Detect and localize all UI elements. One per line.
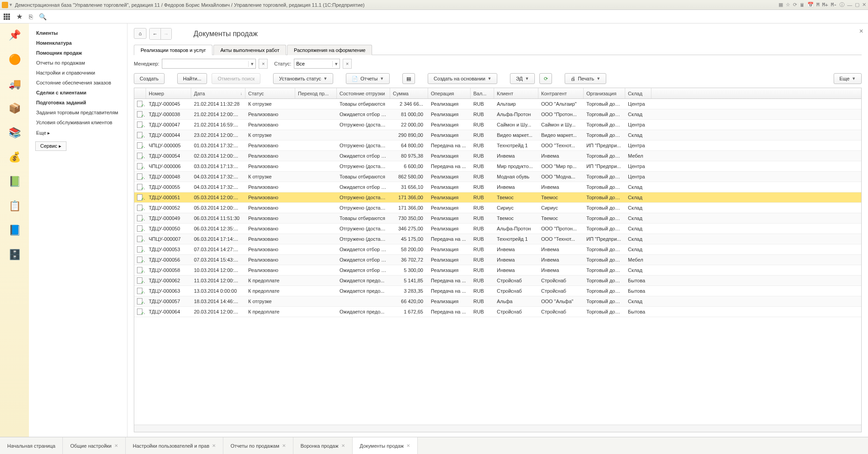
favorites-icon[interactable]: ★ <box>16 12 23 21</box>
taskbar-tab-close-icon[interactable]: ✕ <box>341 443 345 448</box>
table-row[interactable]: ТДЦУ-00004721.02.2014 16:59:...Реализова… <box>134 120 861 130</box>
section-icon-5[interactable]: 💰 <box>6 149 23 165</box>
search-icon[interactable]: 🔍 <box>39 13 47 20</box>
table-row[interactable]: ТДЦУ-00005718.03.2014 14:46:...К отгрузк… <box>134 296 861 307</box>
table-row[interactable]: ЧПЦУ-00000603.03.2014 17:13:...Реализова… <box>134 161 861 172</box>
back-button[interactable]: ← <box>150 28 160 39</box>
taskbar-tab-1[interactable]: Общие настройки✕ <box>63 437 125 454</box>
column-header-9[interactable]: Клиент <box>494 88 538 98</box>
status-combo[interactable]: ▾ <box>294 59 340 69</box>
section-icon-2[interactable]: 🚚 <box>6 76 23 92</box>
column-header-10[interactable]: Контрагент <box>538 88 584 98</box>
column-header-12[interactable]: Склад <box>625 88 651 98</box>
manager-input[interactable] <box>162 59 248 68</box>
nav-item-7[interactable]: Подготовка заданий <box>29 98 127 108</box>
section-icon-7[interactable]: 📋 <box>6 198 23 214</box>
sys-icon-1[interactable]: ▦ <box>778 2 783 8</box>
page-close-icon[interactable]: ✕ <box>859 28 863 34</box>
column-header-0[interactable] <box>134 88 146 98</box>
manager-dropdown-icon[interactable]: ▾ <box>248 61 255 67</box>
taskbar-tab-0[interactable]: Начальная страница <box>0 437 63 454</box>
section-icon-4[interactable]: 📚 <box>6 125 23 141</box>
taskbar-tab-close-icon[interactable]: ✕ <box>114 443 118 448</box>
table-row[interactable]: ТДЦУ-00004423.02.2014 12:00:...К отгрузк… <box>134 130 861 140</box>
grid-body[interactable]: ТДЦУ-00004521.02.2014 11:32:28К отгрузке… <box>134 99 861 425</box>
manager-combo[interactable]: ▾ <box>162 59 256 69</box>
section-icon-0[interactable]: 📌 <box>6 27 23 43</box>
close-icon[interactable]: ✕ <box>862 2 866 8</box>
home-button[interactable]: ⌂ <box>134 28 146 39</box>
mem-mminus[interactable]: M- <box>831 2 837 8</box>
table-row[interactable]: ТДЦУ-00005810.03.2014 12:00:...Реализова… <box>134 265 861 276</box>
status-input[interactable] <box>294 59 332 68</box>
sys-icon-3[interactable]: ⟳ <box>793 2 797 8</box>
taskbar-tab-close-icon[interactable]: ✕ <box>282 443 286 448</box>
ed-button[interactable]: ЭД▼ <box>510 73 535 84</box>
taskbar-tab-close-icon[interactable]: ✕ <box>406 443 410 448</box>
content-tab-0[interactable]: Реализации товаров и услуг <box>134 45 212 55</box>
column-header-2[interactable]: Дата↓ <box>191 88 245 98</box>
table-row[interactable]: ТДЦУ-00004521.02.2014 11:32:28К отгрузке… <box>134 99 861 109</box>
table-row[interactable]: ЧПЦУ-00000706.03.2014 17:14:...Реализова… <box>134 234 861 244</box>
print-button[interactable]: 🖨Печать▼ <box>565 73 606 84</box>
taskbar-tab-3[interactable]: Отчеты по продажам✕ <box>223 437 293 454</box>
section-icon-3[interactable]: 📦 <box>6 100 23 117</box>
sys-icon-calc[interactable]: 🖩 <box>800 2 805 8</box>
minimize-icon[interactable]: — <box>847 2 852 8</box>
table-row[interactable]: ТДЦУ-00005607.03.2014 15:43:...Реализова… <box>134 255 861 265</box>
table-row[interactable]: ТДЦУ-00006420.03.2014 12:00:...К предопл… <box>134 307 861 317</box>
nav-item-3[interactable]: Отчеты по продажам <box>29 58 127 68</box>
maximize-icon[interactable]: ▢ <box>855 2 859 8</box>
nav-item-1[interactable]: Номенклатура <box>29 38 127 48</box>
nav-item-9[interactable]: Условия обслуживания клиентов <box>29 117 127 127</box>
column-header-1[interactable]: Номер <box>146 88 191 98</box>
nav-service[interactable]: Сервис ▸ <box>35 141 66 151</box>
table-row[interactable]: ТДЦУ-00005504.03.2014 17:32:...Реализова… <box>134 182 861 192</box>
column-header-7[interactable]: Операция <box>428 88 471 98</box>
nav-item-8[interactable]: Задания торговым представителям <box>29 108 127 117</box>
table-row[interactable]: ТДЦУ-00004906.03.2014 11:51:30Реализован… <box>134 213 861 224</box>
help-icon[interactable]: ⓘ <box>840 1 844 8</box>
manager-clear[interactable]: × <box>259 59 268 69</box>
taskbar-tab-close-icon[interactable]: ✕ <box>212 443 216 448</box>
column-header-4[interactable]: Переход пр... <box>295 88 337 98</box>
app-menu-dropdown[interactable]: ▾ <box>9 2 12 8</box>
nav-item-5[interactable]: Состояние обеспечения заказов <box>29 78 127 88</box>
table-row[interactable]: ТДЦУ-00005307.03.2014 14:27:...Реализова… <box>134 244 861 255</box>
nav-item-4[interactable]: Настройки и справочники <box>29 68 127 78</box>
refresh-button[interactable]: ⟳ <box>539 73 552 84</box>
table-row[interactable]: ТДЦУ-00005402.03.2014 12:00:...Реализова… <box>134 151 861 161</box>
taskbar-tab-2[interactable]: Настройки пользователей и прав✕ <box>126 437 223 454</box>
taskbar-tab-4[interactable]: Воронка продаж✕ <box>293 437 353 454</box>
taskbar-tab-5[interactable]: Документы продаж✕ <box>353 437 418 454</box>
nav-more[interactable]: Еще ▸ <box>29 127 127 139</box>
content-tab-1[interactable]: Акты выполненных работ <box>213 45 286 55</box>
mem-mplus[interactable]: M+ <box>822 2 828 8</box>
sys-icon-cal[interactable]: 📅 <box>807 2 814 8</box>
section-icon-8[interactable]: 📘 <box>6 222 23 239</box>
section-icon-6[interactable]: 📗 <box>6 173 23 190</box>
apps-grid-icon[interactable] <box>4 14 10 20</box>
table-row[interactable]: ТДЦУ-00005105.03.2014 12:00:...Реализова… <box>134 192 861 203</box>
nav-item-2[interactable]: Помощник продаж <box>29 48 127 58</box>
section-icon-1[interactable]: 🟠 <box>6 51 23 68</box>
reports-button[interactable]: 📄Отчеты▼ <box>346 73 390 84</box>
forward-button[interactable]: → <box>160 28 171 39</box>
mem-m[interactable]: M <box>816 2 820 8</box>
column-header-11[interactable]: Организация <box>584 88 625 98</box>
column-header-6[interactable]: Сумма <box>390 88 428 98</box>
more-button[interactable]: Еще▼ <box>834 73 862 84</box>
table-row[interactable]: ТДЦУ-00005006.03.2014 12:35:...Реализова… <box>134 224 861 234</box>
table-row[interactable]: ТДЦУ-00005205.03.2014 12:00:...Реализова… <box>134 203 861 213</box>
nav-item-0[interactable]: Клиенты <box>29 28 127 38</box>
status-clear[interactable]: × <box>343 59 352 69</box>
section-icon-9[interactable]: 🗄️ <box>6 247 23 263</box>
sys-icon-2[interactable]: ☆ <box>786 2 790 8</box>
table-row[interactable]: ТДЦУ-00006211.03.2014 12:00:...К предопл… <box>134 276 861 286</box>
column-header-8[interactable]: Вал... <box>471 88 494 98</box>
column-header-5[interactable]: Состояние отгрузки <box>337 88 390 98</box>
history-icon[interactable]: ⎘ <box>29 13 33 20</box>
table-row[interactable]: ЧПЦУ-00000501.03.2014 17:32:...Реализова… <box>134 140 861 151</box>
create-based-button[interactable]: Создать на основании▼ <box>428 73 497 84</box>
table-row[interactable]: ТДЦУ-00004804.03.2014 17:32:...К отгрузк… <box>134 172 861 182</box>
